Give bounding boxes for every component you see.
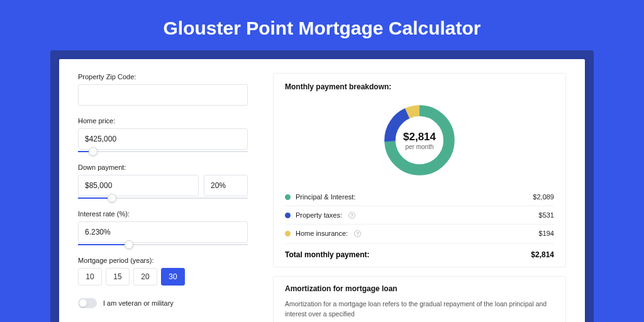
info-icon[interactable]: ? [354, 230, 361, 237]
amortization-card: Amortization for mortgage loan Amortizat… [273, 276, 566, 322]
legend-value: $2,089 [533, 193, 554, 201]
breakdown-title: Monthly payment breakdown: [285, 82, 554, 91]
down-slider[interactable] [78, 197, 248, 199]
donut-sublabel: per month [405, 143, 433, 150]
total-label: Total monthly payment: [285, 250, 369, 259]
rate-label: Interest rate (%): [78, 210, 248, 218]
price-input[interactable] [78, 128, 248, 150]
amortization-title: Amortization for mortgage loan [285, 284, 554, 293]
legend-label: Home insurance: [296, 230, 348, 237]
hero: Glouster Point Mortgage Calculator [0, 0, 644, 50]
legend-label: Principal & Interest: [296, 193, 355, 201]
period-button-15[interactable]: 15 [106, 268, 130, 286]
slider-thumb[interactable] [108, 194, 116, 203]
form-column: Property Zip Code: Home price: Down paym… [78, 73, 248, 322]
rate-group: Interest rate (%): [78, 210, 248, 245]
slider-thumb[interactable] [125, 240, 133, 249]
legend-value: $194 [539, 230, 554, 237]
legend-dot [285, 194, 291, 200]
legend-dot [285, 231, 291, 236]
legend-label: Property taxes: [296, 211, 342, 219]
rate-slider[interactable] [78, 244, 248, 245]
results-column: Monthly payment breakdown: $2,814 per mo… [273, 73, 566, 322]
page-title: Glouster Point Mortgage Calculator [0, 18, 644, 39]
down-group: Down payment: [78, 164, 248, 199]
info-icon[interactable]: ? [348, 212, 355, 219]
zip-label: Property Zip Code: [78, 73, 248, 80]
period-group: Mortgage period (years): 10152030 [78, 257, 248, 286]
calculator-panel: Property Zip Code: Home price: Down paym… [59, 59, 585, 322]
price-label: Home price: [78, 117, 248, 125]
zip-input[interactable] [78, 84, 248, 106]
legend-row: Property taxes:?$531 [285, 206, 554, 224]
rate-input[interactable] [78, 221, 248, 243]
period-button-30[interactable]: 30 [161, 268, 185, 286]
legend-value: $531 [539, 211, 554, 219]
period-button-20[interactable]: 20 [133, 268, 157, 286]
breakdown-card: Monthly payment breakdown: $2,814 per mo… [273, 73, 566, 267]
total-value: $2,814 [531, 250, 554, 259]
price-slider[interactable] [78, 151, 248, 152]
legend-row: Principal & Interest:$2,089 [285, 188, 554, 206]
stage: Property Zip Code: Home price: Down paym… [50, 50, 594, 322]
period-label: Mortgage period (years): [78, 257, 248, 264]
amortization-text: Amortization for a mortgage loan refers … [285, 299, 554, 319]
veteran-label: I am veteran or military [103, 299, 174, 307]
price-group: Home price: [78, 117, 248, 152]
veteran-row: I am veteran or military [78, 298, 248, 308]
total-row: Total monthly payment: $2,814 [285, 243, 554, 260]
zip-group: Property Zip Code: [78, 73, 248, 106]
down-label: Down payment: [78, 164, 248, 171]
legend-dot [285, 213, 291, 218]
down-percent-input[interactable] [204, 175, 248, 196]
veteran-toggle[interactable] [78, 298, 97, 308]
period-button-10[interactable]: 10 [78, 268, 102, 286]
donut-value: $2,814 [403, 131, 436, 143]
slider-thumb[interactable] [89, 147, 97, 156]
legend-row: Home insurance:?$194 [285, 224, 554, 242]
down-amount-input[interactable] [78, 175, 199, 196]
donut-chart: $2,814 per month [285, 97, 554, 188]
